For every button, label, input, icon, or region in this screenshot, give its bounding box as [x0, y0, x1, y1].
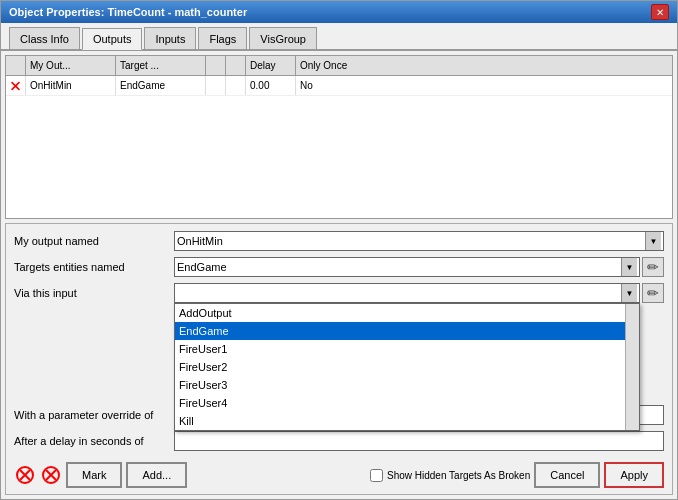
td-blank1 [206, 76, 226, 95]
output-row: My output named OnHitMin ▼ [14, 230, 664, 252]
tab-outputs[interactable]: Outputs [82, 28, 143, 50]
th-delay: Delay [246, 56, 296, 75]
form-panel: My output named OnHitMin ▼ Targets entit… [5, 223, 673, 495]
tab-inputs[interactable]: Inputs [144, 27, 196, 49]
td-output: OnHitMin [26, 76, 116, 95]
target-combo[interactable]: EndGame ▼ [174, 257, 640, 277]
table-row[interactable]: OnHitMin EndGame 0.00 No [6, 76, 672, 96]
output-input-group: OnHitMin ▼ [174, 231, 664, 251]
dropdown-item-3[interactable]: FireUser2 [175, 358, 639, 376]
td-row-icon [6, 76, 26, 95]
delay-row: After a delay in seconds of [14, 430, 664, 452]
x-mark-icon [10, 79, 21, 93]
dropdown-item-5[interactable]: FireUser4 [175, 394, 639, 412]
output-combo-arrow[interactable]: ▼ [645, 232, 661, 250]
output-combo[interactable]: OnHitMin ▼ [174, 231, 664, 251]
th-onceonly: Only Once [296, 56, 672, 75]
th-blank2 [226, 56, 246, 75]
outputs-table: My Out... Target ... Delay Only Once OnH… [5, 55, 673, 219]
tab-class-info[interactable]: Class Info [9, 27, 80, 49]
main-window: Object Properties: TimeCount - math_coun… [0, 0, 678, 500]
dropdown-item-1[interactable]: EndGame [175, 322, 639, 340]
tab-flags[interactable]: Flags [198, 27, 247, 49]
th-icon [6, 56, 26, 75]
left-actions: Mark Add... [14, 462, 187, 488]
th-output: My Out... [26, 56, 116, 75]
target-svg-2 [41, 465, 61, 485]
tab-bar: Class Info Outputs Inputs Flags VisGroup [1, 23, 677, 51]
target-input-group: EndGame ▼ ✏ [174, 257, 664, 277]
target-combo-value: EndGame [177, 261, 621, 273]
tab-visgroup[interactable]: VisGroup [249, 27, 317, 49]
icon-buttons [14, 464, 62, 486]
dropdown-item-4[interactable]: FireUser3 [175, 376, 639, 394]
target-svg-1 [15, 465, 35, 485]
title-bar: Object Properties: TimeCount - math_coun… [1, 1, 677, 23]
output-combo-value: OnHitMin [177, 235, 645, 247]
target-icon-2[interactable] [40, 464, 62, 486]
target-row: Targets entities named EndGame ▼ ✏ [14, 256, 664, 278]
td-onceonly: No [296, 76, 672, 95]
title-controls: ✕ [651, 4, 669, 20]
close-button[interactable]: ✕ [651, 4, 669, 20]
table-header: My Out... Target ... Delay Only Once [6, 56, 672, 76]
show-hidden-checkbox[interactable] [370, 469, 383, 482]
mark-button[interactable]: Mark [66, 462, 122, 488]
td-target: EndGame [116, 76, 206, 95]
th-blank1 [206, 56, 226, 75]
via-dropdown-container: ▼ AddOutput EndGame [174, 283, 640, 303]
th-target: Target ... [116, 56, 206, 75]
show-hidden-row: Show Hidden Targets As Broken [370, 469, 530, 482]
delay-input[interactable] [174, 431, 664, 451]
td-delay: 0.00 [246, 76, 296, 95]
dropdown-item-0[interactable]: AddOutput [175, 304, 639, 322]
delay-input-group [174, 431, 664, 451]
delay-label: After a delay in seconds of [14, 435, 174, 447]
cancel-button[interactable]: Cancel [534, 462, 600, 488]
td-blank2 [226, 76, 246, 95]
via-dropdown-list: AddOutput EndGame FireUser1 FireUser2 [174, 303, 640, 431]
right-actions: Show Hidden Targets As Broken Cancel App… [370, 462, 664, 488]
param-label: With a parameter override of [14, 409, 174, 421]
target-icon-1[interactable] [14, 464, 36, 486]
bottom-buttons-row: Mark Add... Show Hidden Targets As Broke… [14, 458, 664, 488]
via-combo[interactable]: ▼ [174, 283, 640, 303]
content-area: My Out... Target ... Delay Only Once OnH… [1, 51, 677, 499]
target-edit-button[interactable]: ✏ [642, 257, 664, 277]
via-input-group: ▼ AddOutput EndGame [174, 283, 664, 303]
via-row: Via this input ▼ AddOutput [14, 282, 664, 304]
show-hidden-label: Show Hidden Targets As Broken [387, 470, 530, 481]
output-label: My output named [14, 235, 174, 247]
dropdown-scrollbar[interactable] [625, 304, 639, 430]
apply-button[interactable]: Apply [604, 462, 664, 488]
pencil-icon-2: ✏ [647, 285, 659, 301]
via-combo-arrow[interactable]: ▼ [621, 284, 637, 302]
add-button[interactable]: Add... [126, 462, 187, 488]
dropdown-item-2[interactable]: FireUser1 [175, 340, 639, 358]
window-title: Object Properties: TimeCount - math_coun… [9, 6, 247, 18]
target-combo-arrow[interactable]: ▼ [621, 258, 637, 276]
via-label: Via this input [14, 287, 174, 299]
dropdown-item-6[interactable]: Kill [175, 412, 639, 430]
target-label: Targets entities named [14, 261, 174, 273]
table-and-form: My Out... Target ... Delay Only Once OnH… [5, 55, 673, 495]
via-edit-button[interactable]: ✏ [642, 283, 664, 303]
pencil-icon: ✏ [647, 259, 659, 275]
